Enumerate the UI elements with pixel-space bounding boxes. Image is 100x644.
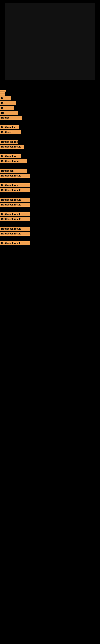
bottleneck-result-bar[interactable]: Bottleneck bbox=[0, 169, 27, 173]
list-item: Bottleneck result bbox=[0, 198, 100, 202]
list-item: Bottleneck res bbox=[0, 183, 100, 187]
list-item: Bottleneck result bbox=[0, 241, 100, 245]
list-item: Bottleneck result bbox=[0, 217, 100, 221]
chart-area bbox=[0, 3, 100, 88]
spacer bbox=[0, 208, 100, 212]
bottleneck-result-bar[interactable] bbox=[0, 92, 5, 94]
bottleneck-result-bar[interactable]: Bottleneck rese bbox=[0, 159, 27, 163]
bottleneck-result-bar[interactable]: Bottleneck res bbox=[0, 140, 18, 144]
list-item: Bottleneck r bbox=[0, 126, 100, 130]
bottleneck-result-bar[interactable]: Bottlenec bbox=[0, 130, 21, 134]
bottleneck-result-bar[interactable]: Bottleneck res bbox=[0, 183, 30, 187]
bottleneck-result-bar[interactable]: Bo bbox=[0, 111, 18, 115]
bottleneck-result-bar[interactable]: Bottleneck result bbox=[0, 227, 30, 231]
list-item: Bottlenec bbox=[0, 130, 100, 134]
list-item: Bo bbox=[0, 111, 100, 115]
list-item: Bottleneck result bbox=[0, 203, 100, 207]
bottleneck-result-bar[interactable]: Bottleneck result bbox=[0, 188, 30, 192]
spacer bbox=[0, 236, 100, 240]
bottleneck-result-bar[interactable]: B bbox=[0, 106, 14, 110]
bottleneck-result-bar[interactable]: Bo bbox=[0, 101, 16, 105]
spacer bbox=[0, 222, 100, 226]
bottleneck-result-bar[interactable]: Bottleneck result bbox=[0, 212, 30, 216]
spacer bbox=[0, 150, 100, 154]
list-item: Bottleneck re bbox=[0, 154, 100, 158]
list-item bbox=[0, 92, 100, 94]
list-item: Bottleneck result bbox=[0, 232, 100, 236]
bottleneck-result-bar[interactable]: Bottleneck result bbox=[0, 198, 30, 202]
list-item: Bottleneck result bbox=[0, 212, 100, 216]
list-item: Bottleneck result bbox=[0, 188, 100, 192]
list-item: Bottleneck result bbox=[0, 227, 100, 231]
list-item: Bottleneck rese bbox=[0, 159, 100, 163]
spacer bbox=[0, 135, 100, 139]
bottleneck-result-bar[interactable]: Bottleneck result bbox=[0, 145, 24, 149]
bottleneck-result-bar[interactable]: Bottlen bbox=[0, 116, 22, 120]
bottleneck-result-bar[interactable]: B bbox=[0, 96, 11, 100]
bottleneck-result-bar[interactable] bbox=[0, 90, 6, 92]
bottleneck-result-bar[interactable]: Bottleneck result bbox=[0, 174, 30, 178]
bottleneck-result-bar[interactable] bbox=[0, 94, 5, 96]
list-item: Bottleneck result bbox=[0, 174, 100, 178]
list-item: Bo bbox=[0, 101, 100, 105]
list-item bbox=[0, 90, 100, 92]
list-item: B bbox=[0, 106, 100, 110]
list-item: Bottleneck res bbox=[0, 140, 100, 144]
spacer bbox=[0, 193, 100, 197]
bottleneck-result-bar[interactable]: Bottleneck result bbox=[0, 217, 30, 221]
bottleneck-result-bar[interactable]: Bottleneck result bbox=[0, 241, 30, 245]
chart-inner bbox=[5, 3, 95, 80]
list-item: B bbox=[0, 96, 100, 100]
list-item: Bottleneck bbox=[0, 169, 100, 173]
spacer bbox=[0, 178, 100, 182]
spacer bbox=[0, 120, 100, 124]
bottleneck-result-bar[interactable]: Bottleneck result bbox=[0, 232, 30, 236]
list-item: Bottlen bbox=[0, 116, 100, 120]
results-list: BBoBBoBottlenBottleneck rBottlenecBottle… bbox=[0, 88, 100, 248]
list-item: Bottleneck result bbox=[0, 145, 100, 149]
bottleneck-result-bar[interactable]: Bottleneck result bbox=[0, 203, 30, 207]
bottleneck-result-bar[interactable]: Bottleneck r bbox=[0, 126, 19, 130]
spacer bbox=[0, 164, 100, 168]
bottleneck-result-bar[interactable]: Bottleneck re bbox=[0, 154, 21, 158]
site-title bbox=[0, 0, 100, 3]
list-item bbox=[0, 94, 100, 96]
